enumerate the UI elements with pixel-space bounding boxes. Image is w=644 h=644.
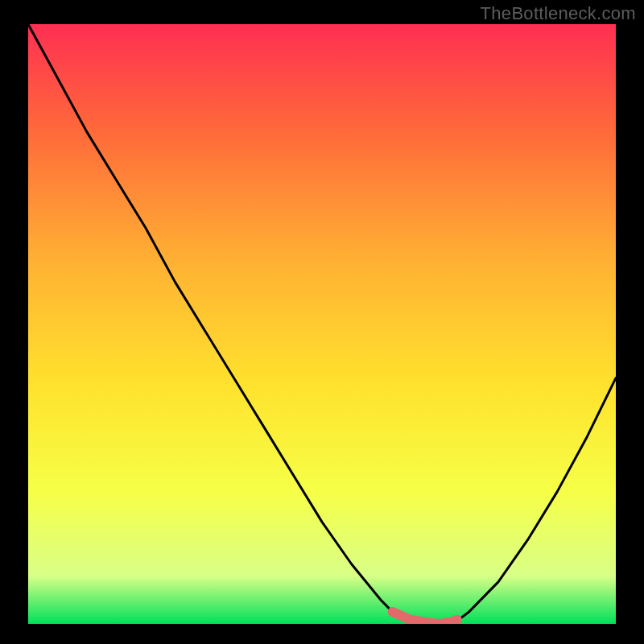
chart-stage: TheBottleneck.com <box>0 0 644 644</box>
gradient-background <box>28 24 616 624</box>
watermark-text: TheBottleneck.com <box>481 3 636 24</box>
chart-plot-area <box>28 24 616 624</box>
chart-svg <box>28 24 616 624</box>
